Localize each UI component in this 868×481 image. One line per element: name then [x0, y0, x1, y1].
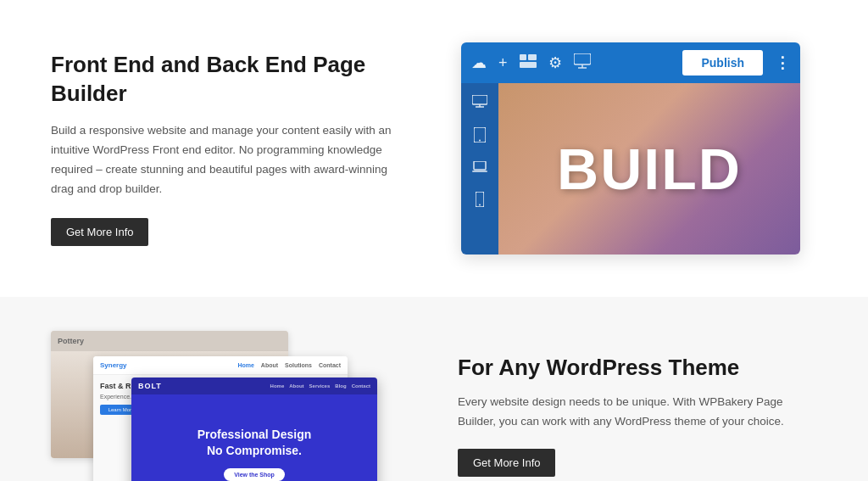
bolt-header: BOLT Home About Services Blog Contact: [131, 378, 377, 394]
bolt-card: BOLT Home About Services Blog Contact Pr…: [131, 378, 377, 481]
svg-rect-1: [528, 54, 537, 60]
top-section: Front End and Back End Page Builder Buil…: [0, 0, 868, 297]
gear-icon: ⚙: [548, 53, 562, 72]
desktop-icon[interactable]: [467, 90, 492, 117]
plus-icon: +: [498, 54, 508, 72]
svg-point-10: [479, 140, 481, 142]
builder-toolbar: ☁ + ⚙: [461, 42, 800, 83]
svg-rect-11: [474, 161, 486, 170]
tablet-icon[interactable]: [469, 122, 491, 151]
synergy-nav-contact: Contact: [319, 362, 341, 368]
builder-image-container: ☁ + ⚙: [461, 42, 817, 254]
synergy-nav-solutions: Solutions: [285, 362, 312, 368]
bolt-body: Professional DesignNo Compromise. View t…: [131, 394, 377, 481]
synergy-nav-home: Home: [237, 362, 253, 368]
bottom-section: Pottery Synergy Home About Solutions Con…: [0, 297, 868, 481]
bottom-text-block: For Any WordPress Theme Every website de…: [458, 355, 817, 477]
svg-rect-0: [520, 54, 526, 60]
get-more-info-button-top[interactable]: Get More Info: [51, 218, 148, 246]
publish-button[interactable]: Publish: [682, 50, 763, 76]
bolt-body-title: Professional DesignNo Compromise.: [198, 427, 312, 457]
top-description: Build a responsive website and manage yo…: [51, 121, 410, 199]
more-options-icon[interactable]: ⋮: [775, 53, 790, 72]
builder-mockup: ☁ + ⚙: [461, 42, 800, 254]
bolt-nav-services: Services: [309, 383, 331, 389]
top-text-block: Front End and Back End Page Builder Buil…: [51, 51, 410, 246]
bottom-heading: For Any WordPress Theme: [458, 355, 817, 381]
bottom-description: Every website design needs to be unique.…: [458, 393, 817, 432]
pottery-title: Pottery: [58, 337, 84, 345]
synergy-nav-about: About: [261, 362, 278, 368]
layout-icon: [520, 54, 537, 72]
get-more-info-button-bottom[interactable]: Get More Info: [458, 449, 555, 477]
bolt-nav-about: About: [289, 383, 303, 389]
svg-rect-2: [520, 62, 537, 68]
device-sidebar: [461, 83, 498, 254]
svg-rect-3: [574, 53, 591, 64]
synergy-nav: Home About Solutions Contact: [237, 362, 341, 368]
bolt-logo: BOLT: [138, 382, 162, 390]
bolt-nav-contact: Contact: [352, 383, 370, 389]
monitor-icon: [574, 53, 591, 73]
svg-rect-6: [472, 95, 487, 104]
build-text: BUILD: [557, 136, 742, 202]
theme-mockup: Pottery Synergy Home About Solutions Con…: [51, 331, 373, 481]
synergy-header: Synergy Home About Solutions Contact: [93, 356, 348, 375]
bolt-nav-blog: Blog: [335, 383, 346, 389]
synergy-logo: Synergy: [100, 361, 127, 369]
builder-canvas: BUILD: [498, 83, 800, 254]
mobile-icon[interactable]: [470, 187, 489, 215]
bolt-nav-home: Home: [270, 383, 285, 389]
svg-rect-12: [472, 171, 487, 172]
bolt-cta-button[interactable]: View the Shop: [224, 468, 285, 481]
laptop-icon[interactable]: [467, 156, 492, 182]
builder-body: BUILD: [461, 83, 800, 254]
svg-point-14: [479, 204, 481, 206]
pottery-header: Pottery: [51, 331, 288, 351]
theme-image-container: Pottery Synergy Home About Solutions Con…: [51, 331, 407, 481]
cloud-icon: ☁: [471, 53, 487, 72]
top-heading: Front End and Back End Page Builder: [51, 51, 410, 109]
bolt-nav: Home About Services Blog Contact: [270, 383, 370, 389]
synergy-cta: Learn More: [108, 407, 135, 412]
